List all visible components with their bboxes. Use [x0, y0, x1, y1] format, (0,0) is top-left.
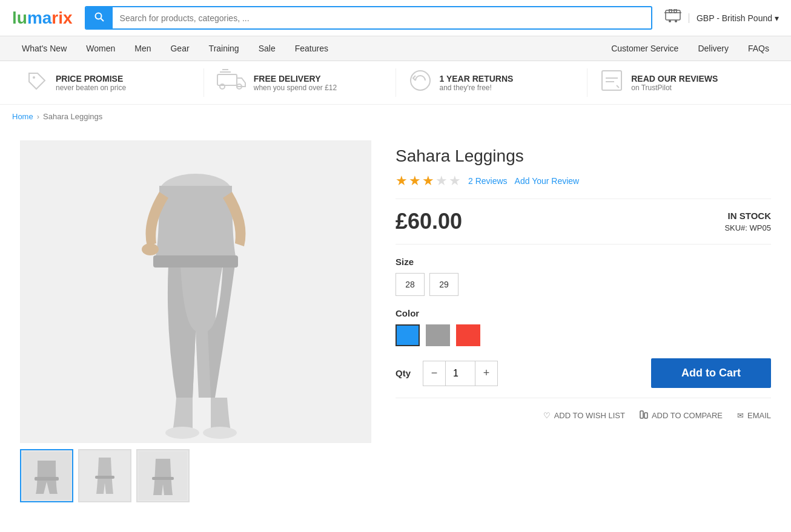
color-blue-swatch[interactable]: [396, 324, 420, 346]
svg-rect-5: [674, 9, 677, 13]
svg-rect-4: [669, 9, 672, 13]
svg-rect-22: [153, 255, 238, 268]
thumbnail-2[interactable]: [78, 449, 131, 502]
currency-label: GBP - British Pound: [697, 13, 772, 23]
action-links: ♡ ADD TO WISH LIST ADD TO COMPARE ✉ EMAI…: [396, 410, 771, 421]
price-promise-title: PRICE PROMISE: [56, 74, 126, 84]
logo-part3: rix: [51, 8, 72, 27]
free-delivery-title: FREE DELIVERY: [254, 74, 337, 84]
star-rating: ★ ★ ★ ★ ★: [396, 173, 461, 189]
email-link[interactable]: ✉ EMAIL: [737, 411, 771, 420]
star-1: ★: [396, 173, 408, 189]
nav-faqs[interactable]: FAQs: [738, 36, 779, 61]
price-stock-row: £60.00 IN STOCK SKU#: WP05: [396, 209, 771, 234]
main-product-image: [20, 140, 371, 443]
svg-rect-26: [95, 476, 114, 479]
logo-part2: ma: [27, 8, 51, 27]
size-options: 28 29: [396, 273, 771, 296]
search-icon: [94, 12, 104, 22]
star-3: ★: [422, 173, 434, 189]
color-options: [396, 324, 771, 346]
promo-price-promise: PRICE PROMISE never beaten on price: [12, 68, 204, 97]
breadcrumb-home[interactable]: Home: [12, 112, 33, 121]
thumb3-svg: [139, 452, 187, 500]
reviews-subtitle: on TrustPilot: [631, 84, 718, 92]
add-to-compare-link[interactable]: ADD TO COMPARE: [640, 410, 723, 421]
nav-right: Customer Service Delivery FAQs: [601, 36, 779, 61]
header-right: GBP - British Pound ▾: [664, 9, 779, 27]
stock-info: IN STOCK SKU#: WP05: [724, 211, 771, 232]
nav-gear[interactable]: Gear: [161, 36, 199, 61]
reviews-title: READ OUR REVIEWS: [631, 74, 718, 84]
product-title: Sahara Leggings: [396, 146, 771, 166]
cart-icon[interactable]: [664, 9, 681, 27]
compare-icon: [640, 410, 648, 421]
nav-sale[interactable]: Sale: [249, 36, 285, 61]
site-header: lumarix GBP - British Pound ▾: [0, 0, 791, 36]
logo-part1: lu: [12, 8, 27, 27]
main-nav: What's New Women Men Gear Training Sale …: [0, 36, 791, 61]
email-icon: ✉: [737, 411, 744, 420]
size-section: Size 28 29: [396, 257, 771, 296]
size-28[interactable]: 28: [396, 273, 425, 296]
color-red-swatch[interactable]: [456, 324, 480, 346]
search-input[interactable]: [113, 8, 651, 28]
svg-point-14: [411, 71, 430, 90]
star-5: ★: [449, 173, 461, 189]
chevron-down-icon: ▾: [775, 13, 779, 23]
qty-section: Qty − + Add to Cart: [396, 358, 771, 388]
search-button[interactable]: [86, 7, 113, 28]
breadcrumb-current: Sahara Leggings: [43, 112, 102, 121]
nav-customer-service[interactable]: Customer Service: [601, 36, 688, 61]
logo[interactable]: lumarix: [12, 8, 73, 28]
thumbnail-3[interactable]: [136, 449, 190, 502]
qty-input[interactable]: [445, 361, 475, 386]
nav-training[interactable]: Training: [199, 36, 249, 61]
color-label: Color: [396, 308, 771, 318]
sku-value: WP05: [750, 223, 771, 232]
nav-men[interactable]: Men: [125, 36, 161, 61]
nav-features[interactable]: Features: [285, 36, 338, 61]
add-to-wishlist-link[interactable]: ♡ ADD TO WISH LIST: [543, 411, 625, 420]
qty-minus-button[interactable]: −: [423, 361, 445, 386]
returns-title: 1 YEAR RETURNS: [440, 74, 514, 84]
returns-subtitle: and they're free!: [440, 84, 514, 92]
reviews-text: READ OUR REVIEWS on TrustPilot: [631, 74, 718, 92]
svg-point-7: [675, 20, 677, 22]
nav-whats-new[interactable]: What's New: [12, 36, 76, 61]
svg-rect-9: [217, 74, 237, 85]
star-4: ★: [435, 173, 448, 189]
add-review-link[interactable]: Add Your Review: [515, 176, 580, 186]
color-gray-swatch[interactable]: [426, 324, 450, 346]
qty-controls: − +: [423, 361, 498, 386]
svg-rect-24: [35, 477, 59, 481]
nav-women[interactable]: Women: [76, 36, 125, 61]
breadcrumb-separator: ›: [37, 112, 39, 121]
thumbnail-1[interactable]: [20, 449, 73, 502]
reviews-link[interactable]: 2 Reviews: [468, 176, 508, 186]
color-section: Color: [396, 308, 771, 346]
svg-point-8: [33, 76, 35, 79]
product-svg: [81, 143, 311, 440]
currency-selector[interactable]: GBP - British Pound ▾: [689, 13, 779, 23]
size-29[interactable]: 29: [429, 273, 458, 296]
product-details: Sahara Leggings ★ ★ ★ ★ ★ 2 Reviews Add …: [396, 140, 771, 502]
qty-plus-button[interactable]: +: [475, 361, 497, 386]
promo-reviews: READ OUR REVIEWS on TrustPilot: [587, 68, 779, 97]
add-to-cart-button[interactable]: Add to Cart: [651, 358, 771, 388]
returns-icon: [408, 68, 432, 97]
star-2: ★: [409, 173, 421, 189]
delivery-icon: [216, 68, 247, 97]
product-thumbnails: [20, 449, 371, 502]
svg-rect-29: [640, 411, 643, 418]
options-divider: [396, 244, 771, 245]
product-price: £60.00: [396, 209, 462, 234]
nav-delivery[interactable]: Delivery: [688, 36, 738, 61]
thumb2-svg: [81, 452, 129, 500]
price-tag-icon: [24, 68, 48, 97]
reviews-icon: [600, 68, 624, 97]
breadcrumb: Home › Sahara Leggings: [0, 105, 791, 128]
stock-status: IN STOCK: [724, 211, 771, 221]
promo-bar: PRICE PROMISE never beaten on price FREE…: [0, 61, 791, 105]
actions-divider: [396, 398, 771, 398]
